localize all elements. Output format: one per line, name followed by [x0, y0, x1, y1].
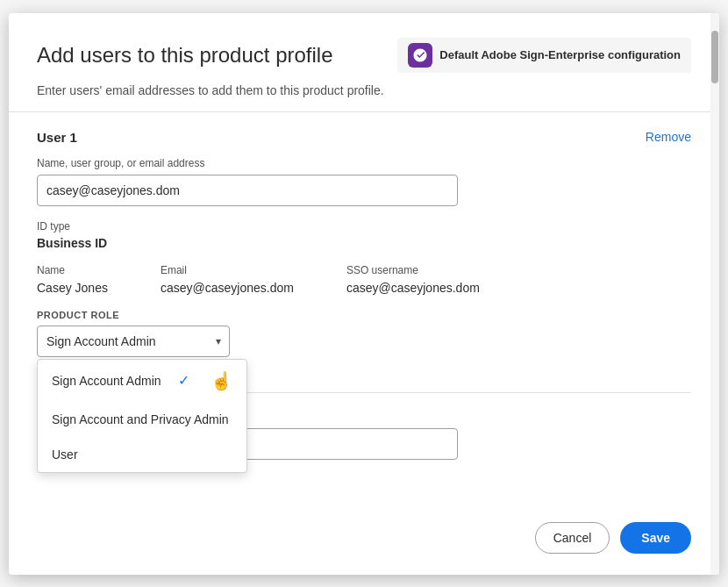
id-type-value: Business ID: [37, 236, 691, 250]
product-role-select[interactable]: Sign Account Admin Sign Account and Priv…: [37, 326, 230, 357]
id-type-label: ID type: [37, 220, 691, 233]
cursor-hand-icon: ☝️: [211, 370, 232, 391]
product-role-dropdown-wrapper: Sign Account Admin Sign Account and Priv…: [37, 326, 230, 357]
name-field-label: Name, user group, or email address: [37, 157, 691, 169]
scrollbar-thumb[interactable]: [711, 31, 718, 83]
user1-section: User 1 Remove Name, user group, or email…: [37, 130, 691, 357]
scrollbar[interactable]: [710, 13, 719, 575]
user1-label: User 1: [37, 130, 77, 145]
modal-title: Add users to this product profile: [37, 43, 383, 68]
add-users-modal: Add users to this product profile Defaul…: [9, 13, 719, 575]
product-badge: Default Adobe Sign-Enterprise configurat…: [397, 38, 691, 73]
name-col-label: Name: [37, 264, 108, 276]
product-role-label: PRODUCT ROLE: [37, 310, 691, 320]
dropdown-item-label: Sign Account and Privacy Admin: [52, 412, 229, 426]
dropdown-menu: Sign Account Admin ✓ ☝️ Sign Account and…: [37, 359, 247, 473]
product-badge-name: Default Adobe Sign-Enterprise configurat…: [439, 48, 681, 61]
email-col-label: Email: [161, 264, 294, 276]
check-icon: ✓: [178, 372, 189, 389]
id-type-section: ID type Business ID: [37, 220, 691, 250]
user1-header: User 1 Remove: [37, 130, 691, 145]
name-col-value: Casey Jones: [37, 281, 108, 295]
modal-header: Add users to this product profile Defaul…: [37, 38, 691, 73]
email-input[interactable]: [37, 175, 458, 206]
save-button[interactable]: Save: [620, 522, 691, 554]
modal-subtitle: Enter users' email addresses to add them…: [37, 83, 691, 97]
sso-col: SSO username casey@caseyjones.dom: [346, 264, 480, 296]
header-divider: [9, 111, 719, 112]
email-col-value: casey@caseyjones.dom: [161, 281, 294, 295]
dropdown-item-label: User: [52, 447, 78, 462]
adobe-sign-icon: [408, 43, 432, 68]
modal-footer: Cancel Save: [37, 501, 691, 554]
email-col: Email casey@caseyjones.dom: [161, 264, 294, 296]
dropdown-item-sign-account-admin[interactable]: Sign Account Admin ✓ ☝️: [38, 360, 246, 402]
dropdown-item-privacy-admin[interactable]: Sign Account and Privacy Admin: [38, 402, 246, 437]
remove-button[interactable]: Remove: [646, 130, 691, 144]
dropdown-item-label: Sign Account Admin: [52, 374, 161, 388]
name-col: Name Casey Jones: [37, 264, 108, 296]
sso-col-label: SSO username: [346, 264, 480, 276]
cancel-button[interactable]: Cancel: [535, 522, 610, 554]
dropdown-item-user[interactable]: User: [38, 437, 246, 472]
sso-col-value: casey@caseyjones.dom: [346, 281, 480, 295]
user-info-row: Name Casey Jones Email casey@caseyjones.…: [37, 264, 691, 296]
